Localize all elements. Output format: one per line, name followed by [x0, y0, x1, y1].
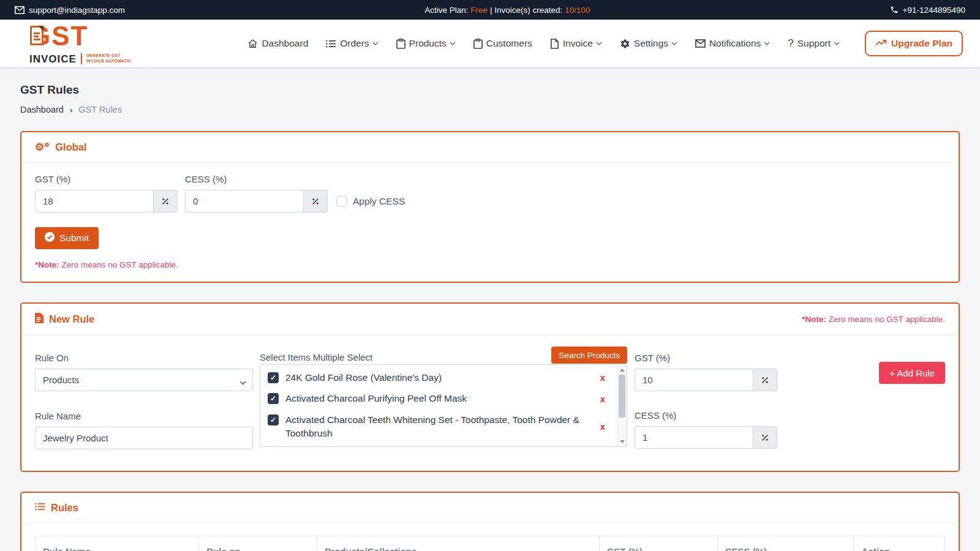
- chevron-down-icon: [834, 42, 840, 45]
- file-icon: [35, 313, 43, 326]
- global-card: ⚙⚙ Global GST (%) CESS (%): [20, 131, 960, 283]
- remove-item-button[interactable]: x: [595, 373, 611, 383]
- rules-card: Rules Rule Name Rule on Products/Collect…: [20, 492, 960, 551]
- rules-card-header: Rules: [21, 493, 959, 523]
- list-scrollbar[interactable]: [617, 365, 626, 446]
- list-icon: [35, 502, 45, 514]
- checked-checkbox-icon[interactable]: ✓: [268, 414, 279, 425]
- global-cess-input[interactable]: [185, 190, 303, 212]
- page-title: GST Rules: [20, 83, 960, 97]
- logo-divider: [81, 53, 82, 64]
- plan-status: Active Plan: Free | Invoice(s) created: …: [125, 6, 889, 15]
- nav-customers[interactable]: Customers: [473, 38, 532, 49]
- column-cess: CESS (%): [717, 536, 854, 551]
- logo-invoice-text: INVOICE: [29, 54, 77, 64]
- invoices-created-label: Invoice(s) created:: [494, 6, 562, 15]
- envelope-icon: [15, 6, 24, 14]
- global-cess-label: CESS (%): [185, 174, 328, 184]
- active-plan-value: Free: [470, 6, 488, 15]
- clipboard-icon: [396, 39, 405, 49]
- percent-icon: [753, 369, 777, 391]
- breadcrumb: Dashboard › GST Rules: [20, 105, 960, 114]
- list-item[interactable]: ✓ 24K Gold Foil Rose (Valentine's Day) x: [260, 367, 617, 388]
- breadcrumb-current: GST Rules: [78, 105, 122, 114]
- new-rule-note: *Note: Zero means no GST applicable.: [802, 315, 945, 324]
- rule-cess-input[interactable]: [635, 426, 753, 449]
- add-rule-button[interactable]: + Add Rule: [879, 362, 945, 384]
- check-circle-icon: [45, 232, 55, 244]
- plan-separator: |: [490, 6, 492, 15]
- column-rule-on: Rule on: [199, 536, 317, 551]
- rule-cess-input-group: [635, 426, 777, 449]
- list-item[interactable]: ✓ Activated Charcoal Teeth Whitening Set…: [260, 410, 617, 444]
- list-item[interactable]: ✓ Anti-Snoring Device x: [260, 444, 617, 447]
- scroll-up-arrow[interactable]: [617, 365, 627, 374]
- rule-gst-input[interactable]: [635, 369, 753, 391]
- apply-cess-checkbox[interactable]: [336, 196, 347, 207]
- nav-orders[interactable]: Orders: [326, 38, 378, 49]
- nav-settings[interactable]: Settings: [620, 38, 677, 49]
- rule-name-label: Rule Name: [35, 411, 253, 421]
- search-products-button[interactable]: Search Products: [551, 347, 627, 364]
- apply-cess-label: Apply CESS: [353, 196, 405, 207]
- checked-checkbox-icon[interactable]: ✓: [268, 372, 279, 383]
- percent-icon: [153, 190, 178, 212]
- chevron-down-icon: [764, 42, 770, 45]
- rule-gst-input-group: [635, 369, 777, 391]
- logo-document-icon: [30, 26, 43, 45]
- active-plan-label: Active Plan:: [424, 6, 468, 15]
- main-content: GST Rules Dashboard › GST Rules ⚙⚙ Globa…: [0, 67, 980, 551]
- rules-table-header-row: Rule Name Rule on Products/Collections G…: [36, 536, 945, 551]
- nav-invoice[interactable]: Invoice: [550, 38, 602, 49]
- logo-tagline: GENERATE GST INVOICE AUTOMATIC: [86, 53, 132, 64]
- topbar-phone-group[interactable]: +91-1244895490: [890, 6, 965, 15]
- rules-card-body: Rule Name Rule on Products/Collections G…: [21, 523, 959, 551]
- global-gst-input[interactable]: [35, 190, 153, 212]
- remove-item-button[interactable]: x: [595, 422, 611, 432]
- logo-gst-text: GST: [29, 23, 170, 51]
- remove-item-button[interactable]: x: [595, 394, 611, 404]
- rule-on-select[interactable]: Products: [35, 369, 253, 391]
- nav-notifications[interactable]: Notifications: [695, 38, 770, 49]
- select-items-label: Select Items Multiple Select: [260, 352, 372, 362]
- topbar-email-group[interactable]: support@indiagstapp.com: [15, 6, 125, 15]
- global-card-body: GST (%) CESS (%): [21, 163, 959, 282]
- support-email: support@indiagstapp.com: [29, 6, 125, 15]
- global-note: *Note: Zero means no GST applicable.: [35, 260, 945, 269]
- new-rule-card-header: New Rule *Note: Zero means no GST applic…: [21, 304, 959, 335]
- app-logo[interactable]: GST INVOICE GENERATE GST INVOICE AUTOMAT…: [29, 23, 170, 64]
- new-rule-card-title: New Rule: [49, 313, 94, 325]
- rule-name-input[interactable]: [35, 427, 253, 449]
- percent-icon: [303, 190, 328, 212]
- new-rule-card-body: Rule On Products Rule Name: [21, 335, 959, 471]
- rule-cess-label: CESS (%): [635, 410, 777, 421]
- mail-icon: [695, 39, 706, 48]
- phone-number: +91-1244895490: [903, 6, 965, 15]
- nav-dashboard[interactable]: Dashboard: [247, 38, 308, 49]
- nav-products[interactable]: Products: [396, 38, 456, 49]
- rule-on-select-wrap: Products: [35, 369, 253, 391]
- rule-on-label: Rule On: [35, 353, 253, 363]
- scroll-down-arrow[interactable]: [617, 437, 627, 446]
- global-cess-input-group: [185, 190, 328, 212]
- column-action: Action: [854, 536, 945, 551]
- gear-icon: [620, 39, 630, 49]
- nav-support[interactable]: ? Support: [788, 37, 840, 50]
- app-header: GST INVOICE GENERATE GST INVOICE AUTOMAT…: [0, 20, 980, 67]
- chevron-down-icon: [596, 42, 602, 45]
- chevron-down-icon: [450, 42, 456, 45]
- checked-checkbox-icon[interactable]: ✓: [268, 393, 279, 404]
- global-card-title: Global: [55, 141, 86, 153]
- breadcrumb-chevron-icon: ›: [70, 105, 72, 114]
- list-item[interactable]: ✓ Activated Charcoal Purifying Peel Off …: [260, 388, 617, 409]
- scrollbar-thumb[interactable]: [619, 375, 625, 418]
- percent-icon: [753, 426, 777, 449]
- clipboard-icon: [473, 39, 483, 49]
- submit-button[interactable]: Submit: [35, 227, 99, 249]
- upgrade-plan-button[interactable]: Upgrade Plan: [865, 31, 963, 56]
- breadcrumb-dashboard[interactable]: Dashboard: [20, 105, 64, 114]
- rules-card-title: Rules: [51, 502, 78, 514]
- selected-products-list: ✓ 24K Gold Foil Rose (Valentine's Day) x…: [260, 364, 627, 447]
- column-products-collections: Products/Collections: [317, 536, 599, 551]
- global-gst-label: GST (%): [35, 174, 178, 184]
